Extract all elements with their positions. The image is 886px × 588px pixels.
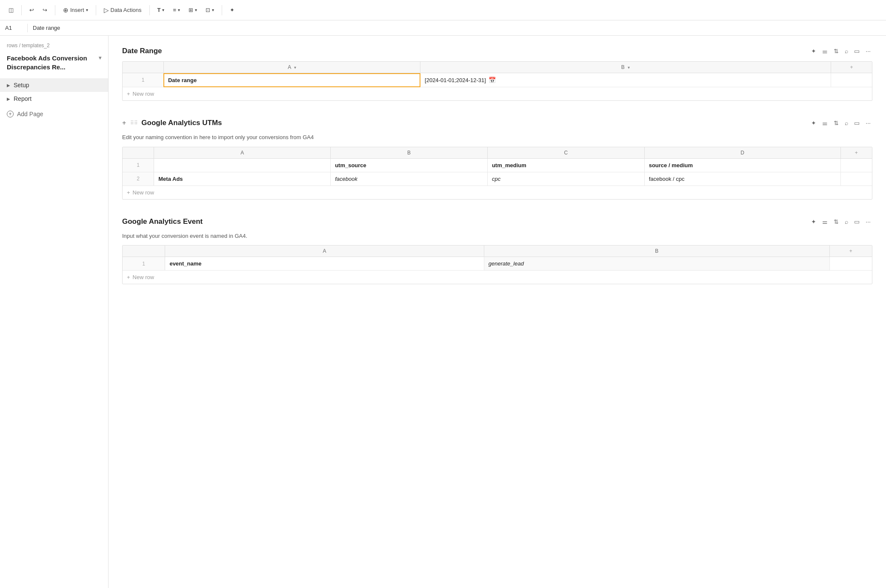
utms-cell-b2[interactable]: facebook — [331, 172, 488, 186]
sidebar-item-report[interactable]: ▶ Report — [0, 92, 108, 106]
utms-sparkle-button[interactable]: ✦ — [809, 118, 818, 128]
utms-col-a[interactable]: A — [154, 147, 331, 159]
view-options-chevron-icon: ▾ — [195, 8, 197, 12]
magic-icon: ✦ — [230, 7, 234, 13]
utms-cell-c2[interactable]: cpc — [487, 172, 644, 186]
toolbar-divider-2 — [55, 5, 55, 15]
date-range-sort-button[interactable]: ⇅ — [832, 46, 840, 56]
text-format-chevron-icon: ▾ — [162, 8, 164, 12]
sidebar-toggle-button[interactable]: ◫ — [5, 3, 17, 17]
calendar-icon[interactable]: 📅 — [489, 77, 496, 83]
doc-title: Facebook Ads Conversion Discrepancies Re… — [0, 54, 108, 78]
utms-search-button[interactable]: ⌕ — [843, 118, 850, 128]
add-page-button[interactable]: + Add Page — [0, 107, 108, 121]
utms-cell-d2[interactable]: facebook / cpc — [644, 172, 840, 186]
event-new-row-plus-icon: + — [127, 274, 130, 280]
display-options-button[interactable]: ⊡ ▾ — [202, 3, 217, 17]
event-col-add[interactable]: + — [829, 245, 872, 257]
utms-comment-button[interactable]: ▭ — [852, 118, 861, 128]
new-row-label-1: New row — [133, 91, 154, 97]
date-range-search-button[interactable]: ⌕ — [843, 46, 850, 56]
utms-cell-a2[interactable]: Meta Ads — [154, 172, 331, 186]
insert-label: Insert — [70, 7, 84, 13]
formula-divider — [27, 24, 28, 32]
align-button[interactable]: ≡ ▾ — [169, 3, 183, 17]
utms-cell-d1[interactable]: source / medium — [644, 158, 840, 172]
ga-event-new-row[interactable]: + New row — [123, 271, 872, 284]
add-page-label: Add Page — [17, 111, 43, 117]
event-col-a[interactable]: A — [165, 245, 484, 257]
undo-button[interactable]: ↩ — [26, 3, 37, 17]
utms-col-add[interactable]: + — [840, 147, 872, 159]
section-ga-utms-desc: Edit your naming convention in here to i… — [122, 133, 872, 142]
utms-cell-c1[interactable]: utm_medium — [487, 158, 644, 172]
event-more-button[interactable]: ··· — [864, 217, 872, 227]
insert-chevron-icon: ▾ — [86, 8, 88, 12]
text-format-icon: T — [157, 7, 161, 13]
date-range-more-button[interactable]: ··· — [864, 46, 872, 56]
breadcrumb: rows / templates_2 — [0, 43, 108, 54]
event-sparkle-button[interactable]: ✦ — [809, 217, 818, 227]
event-sort-button[interactable]: ⇅ — [832, 217, 840, 227]
ga-utms-new-row[interactable]: + New row — [123, 186, 872, 199]
sidebar: rows / templates_2 Facebook Ads Conversi… — [0, 36, 109, 588]
sidebar-item-report-label: Report — [14, 95, 31, 102]
redo-button[interactable]: ↪ — [39, 3, 51, 17]
utms-cell-plus-2 — [840, 172, 872, 186]
section-ga-event-tools: ✦ ⚌ ⇅ ⌕ ▭ ··· — [809, 217, 872, 227]
text-format-button[interactable]: T ▾ — [154, 3, 168, 17]
section-ga-utms-title: Google Analytics UTMs — [141, 119, 222, 127]
section-utms-add-icon[interactable]: + — [122, 119, 126, 127]
event-comment-button[interactable]: ▭ — [852, 217, 861, 227]
data-actions-button[interactable]: ▷ Data Actions — [100, 3, 145, 17]
cell-a1-date-range[interactable]: Date range — [163, 73, 420, 87]
doc-title-text: Facebook Ads Conversion Discrepancies Re… — [7, 54, 99, 71]
doc-title-chevron-icon[interactable]: ▾ — [99, 54, 101, 62]
data-actions-play-icon: ▷ — [104, 6, 109, 14]
col-header-b-1[interactable]: B ▾ — [420, 62, 831, 73]
utms-col-b[interactable]: B — [331, 147, 488, 159]
date-range-filter-button[interactable]: ⚌ — [820, 46, 829, 56]
toolbar-divider-1 — [21, 5, 22, 15]
event-filter-button[interactable]: ⚌ — [820, 217, 829, 227]
content-area: Date Range ✦ ⚌ ⇅ ⌕ ▭ ··· A ▾ — [109, 36, 886, 588]
col-a-dropdown-icon[interactable]: ▾ — [294, 65, 296, 70]
ga-event-table-wrap: A B + 1 event_name generate_lead — [122, 245, 872, 284]
magic-button[interactable]: ✦ — [226, 3, 238, 17]
event-search-button[interactable]: ⌕ — [843, 217, 850, 227]
ga-utms-table: A B C D + 1 utm_source utm_medium — [123, 147, 872, 186]
main-layout: rows / templates_2 Facebook Ads Conversi… — [0, 36, 886, 588]
section-ga-event-header: Google Analytics Event ✦ ⚌ ⇅ ⌕ ▭ ··· — [122, 217, 872, 227]
insert-button[interactable]: ⊕ Insert ▾ — [60, 3, 91, 17]
utms-more-button[interactable]: ··· — [864, 118, 872, 128]
utms-cell-b1[interactable]: utm_source — [331, 158, 488, 172]
toolbar-divider-4 — [149, 5, 150, 15]
sidebar-item-setup[interactable]: ▶ Setup — [0, 78, 108, 92]
cell-b1-date-range[interactable]: [2024-01-01;2024-12-31] 📅 — [420, 73, 831, 87]
event-cell-a1[interactable]: event_name — [165, 257, 484, 271]
ga-utms-header-row: A B C D + — [123, 147, 872, 159]
date-range-table-wrap: A ▾ B ▾ + 1 Date range — [122, 61, 872, 101]
date-range-comment-button[interactable]: ▭ — [852, 46, 861, 56]
col-header-a-1[interactable]: A ▾ — [163, 62, 420, 73]
utms-col-c[interactable]: C — [487, 147, 644, 159]
view-options-button[interactable]: ⊞ ▾ — [185, 3, 200, 17]
section-ga-event-title: Google Analytics Event — [122, 217, 203, 226]
date-range-sparkle-button[interactable]: ✦ — [809, 46, 818, 56]
utms-col-d[interactable]: D — [644, 147, 840, 159]
section-utms-drag-icon[interactable]: ⠿⠿ — [130, 120, 138, 126]
col-b-dropdown-icon[interactable]: ▾ — [628, 65, 630, 70]
sidebar-arrow-setup-icon: ▶ — [7, 83, 10, 88]
cell-reference: A1 — [5, 25, 22, 31]
event-cell-b1[interactable]: generate_lead — [484, 257, 829, 271]
formula-value: Date range — [33, 25, 60, 31]
col-add-button-1[interactable]: + — [831, 62, 872, 73]
utms-filter-button[interactable]: ⚌ — [820, 118, 829, 128]
utms-sort-button[interactable]: ⇅ — [832, 118, 840, 128]
utms-cell-a1[interactable] — [154, 158, 331, 172]
toolbar-divider-5 — [222, 5, 222, 15]
data-actions-label: Data Actions — [111, 7, 142, 13]
date-range-value: [2024-01-01;2024-12-31] — [425, 77, 486, 83]
date-range-new-row[interactable]: + New row — [123, 87, 872, 100]
event-col-b[interactable]: B — [484, 245, 829, 257]
